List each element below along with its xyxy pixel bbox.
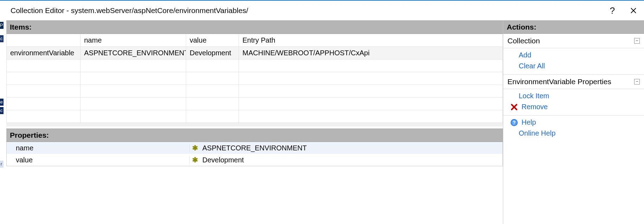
cell-type: environmentVariable — [7, 47, 81, 60]
asterisk-icon: ✱ — [190, 144, 200, 152]
col-name[interactable]: name — [81, 34, 186, 47]
items-header-row: name value Entry Path — [7, 34, 503, 47]
window-controls: ? — [602, 1, 644, 20]
group-collection-label: Collection — [507, 37, 540, 45]
collection-editor-window: P c e c r Collection Editor - system.web… — [0, 0, 644, 224]
property-row[interactable]: value ✱ Development — [7, 154, 503, 166]
property-name: value — [7, 156, 190, 164]
items-row[interactable]: environmentVariable ASPNETCORE_ENVIRONME… — [7, 47, 503, 60]
group-envprops-title[interactable]: EnvironmentVariable Properties − — [503, 75, 644, 89]
properties-section: Properties: name ✱ ASPNETCORE_ENVIRONMEN… — [6, 129, 503, 166]
property-value: ASPNETCORE_ENVIRONMENT — [200, 144, 307, 152]
group-help-links: ? Help Online Help — [503, 116, 644, 142]
window-title: Collection Editor - system.webServer/asp… — [11, 6, 248, 15]
col-entry-path[interactable]: Entry Path — [239, 34, 503, 47]
action-lock-item[interactable]: Lock Item — [503, 91, 644, 101]
items-heading: Items: — [6, 20, 503, 34]
action-help[interactable]: ? Help — [503, 117, 644, 128]
items-row-empty[interactable]: . — [7, 85, 503, 98]
cell-value: Development — [186, 47, 239, 60]
svg-text:?: ? — [513, 120, 516, 125]
items-row-empty[interactable]: . — [7, 72, 503, 85]
main-pane: Items: name value Entry Path — [6, 20, 503, 224]
remove-icon — [510, 103, 518, 111]
col-type[interactable] — [7, 34, 81, 47]
actions-pane: Actions: Collection − Add Clear All Envi… — [503, 20, 644, 224]
left-edge-strip: P c e c r — [0, 1, 6, 224]
close-icon — [630, 7, 637, 14]
cell-name: ASPNETCORE_ENVIRONMENT — [81, 47, 186, 60]
close-button[interactable] — [623, 1, 644, 20]
group-envprops-links: Lock Item Remove — [503, 89, 644, 116]
items-section: Items: name value Entry Path — [6, 20, 503, 126]
properties-heading: Properties: — [6, 129, 503, 142]
action-add[interactable]: Add — [503, 50, 644, 61]
group-envprops-label: EnvironmentVariable Properties — [507, 77, 611, 86]
property-name: name — [7, 144, 190, 152]
titlebar: Collection Editor - system.webServer/asp… — [6, 1, 644, 20]
collapse-icon[interactable]: − — [634, 38, 640, 44]
help-button[interactable]: ? — [602, 1, 623, 20]
items-row-empty[interactable]: . — [7, 110, 503, 123]
asterisk-icon: ✱ — [190, 156, 200, 164]
group-collection-links: Add Clear All — [503, 48, 644, 75]
property-value: Development — [200, 156, 244, 164]
actions-heading: Actions: — [503, 20, 644, 34]
action-clear-all[interactable]: Clear All — [503, 61, 644, 71]
action-remove[interactable]: Remove — [503, 101, 644, 112]
col-value[interactable]: value — [186, 34, 239, 47]
properties-grid[interactable]: name ✱ ASPNETCORE_ENVIRONMENT value ✱ De… — [6, 142, 503, 166]
collapse-icon[interactable]: − — [634, 79, 640, 85]
client-area: Items: name value Entry Path — [6, 20, 644, 224]
items-row-empty[interactable]: . — [7, 98, 503, 110]
group-collection-title[interactable]: Collection − — [503, 34, 644, 48]
items-row-empty[interactable]: . — [7, 60, 503, 72]
property-row[interactable]: name ✱ ASPNETCORE_ENVIRONMENT — [7, 142, 503, 154]
help-icon: ? — [510, 119, 518, 126]
action-online-help[interactable]: Online Help — [503, 128, 644, 139]
cell-entry-path: MACHINE/WEBROOT/APPHOST/CxApi — [239, 47, 503, 60]
items-grid[interactable]: name value Entry Path environmentVariabl… — [6, 34, 503, 123]
